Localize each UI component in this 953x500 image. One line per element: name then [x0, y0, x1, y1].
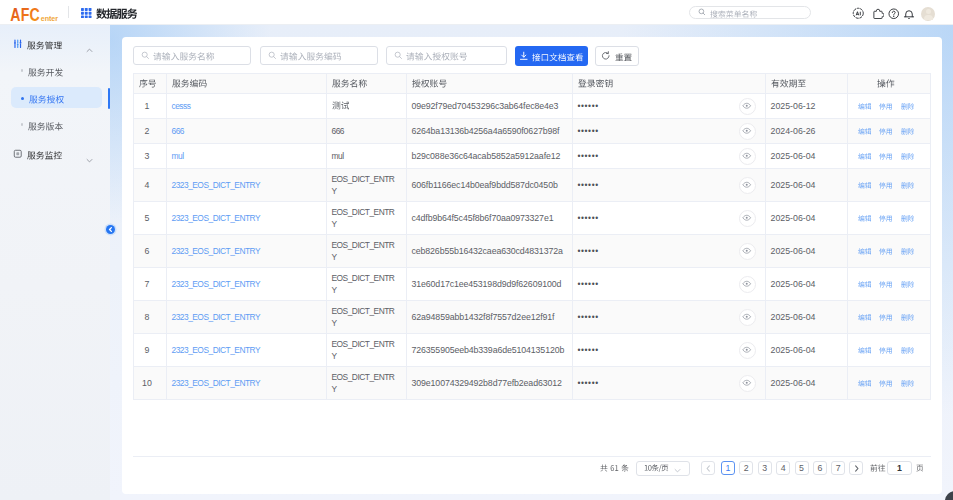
svg-text:enter: enter — [41, 13, 58, 22]
svg-text:AFC: AFC — [10, 4, 40, 23]
